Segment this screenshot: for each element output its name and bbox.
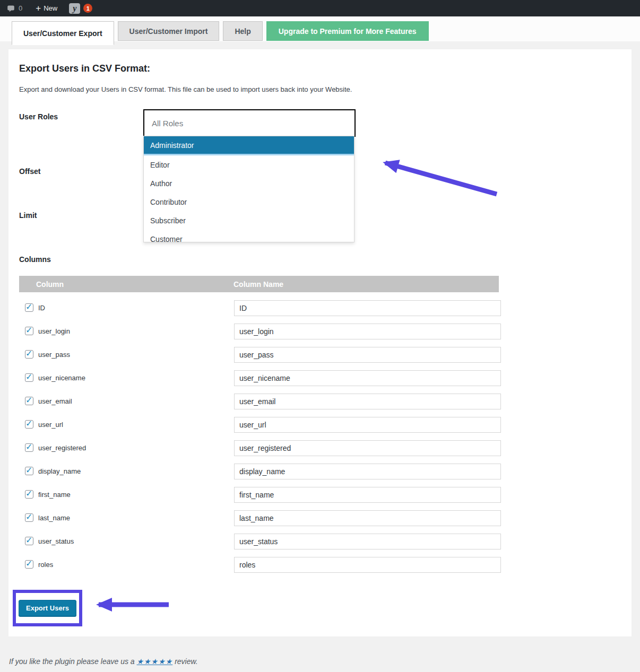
checkmark-icon: ✓ — [25, 488, 32, 499]
role-option-contributor[interactable]: Contributor — [144, 193, 354, 211]
checkmark-icon: ✓ — [25, 348, 32, 359]
offset-label: Offset — [19, 167, 40, 176]
column-checkbox[interactable]: ✓ — [25, 420, 33, 429]
limit-label: Limit — [19, 211, 37, 220]
comment-bubble-icon — [7, 5, 15, 12]
footer-text-before: If you like the plugin please leave us a — [9, 657, 135, 666]
column-checkbox[interactable]: ✓ — [25, 537, 33, 545]
checkmark-icon: ✓ — [25, 512, 32, 522]
table-row: ✓user_pass — [19, 343, 501, 366]
column-label: display_name — [38, 467, 81, 475]
column-name-input[interactable] — [234, 510, 501, 526]
export-users-button[interactable]: Export Users — [19, 600, 76, 616]
column-name-input[interactable] — [234, 417, 501, 433]
column-name-input[interactable] — [234, 557, 501, 573]
tab-user-customer-export[interactable]: User/Customer Export — [12, 21, 114, 45]
column-name-input[interactable] — [234, 534, 501, 549]
column-label: user_login — [38, 327, 70, 335]
footer-text-after: review. — [175, 657, 198, 666]
five-star-review-link[interactable]: ★★★★★ — [137, 657, 173, 666]
checkmark-icon: ✓ — [25, 465, 32, 475]
role-option-subscriber[interactable]: Subscriber — [144, 211, 354, 230]
column-checkbox[interactable]: ✓ — [25, 373, 33, 382]
column-checkbox[interactable]: ✓ — [25, 467, 33, 475]
role-option-author[interactable]: Author — [144, 174, 354, 193]
new-button[interactable]: + New — [36, 4, 57, 13]
column-checkbox[interactable]: ✓ — [25, 303, 33, 312]
tab-help[interactable]: Help — [223, 21, 262, 41]
table-row: ✓user_url — [19, 413, 501, 437]
column-checkbox[interactable]: ✓ — [25, 513, 33, 522]
column-label: user_url — [38, 421, 63, 429]
column-label: user_email — [38, 397, 72, 405]
column-label: ID — [38, 304, 45, 312]
table-row: ✓user_login — [19, 320, 501, 343]
column-name-header: Column Name — [233, 280, 283, 289]
table-row: ✓first_name — [19, 483, 501, 507]
table-row: ✓ID — [19, 296, 501, 320]
table-row: ✓user_email — [19, 390, 501, 413]
user-roles-combobox[interactable] — [143, 109, 356, 137]
checkmark-icon: ✓ — [25, 442, 32, 452]
role-options-list: AdministratorEditorAuthorContributorSubs… — [143, 136, 354, 242]
comment-count: 0 — [19, 4, 22, 12]
export-panel: Export Users in CSV Format: Export and d… — [8, 49, 632, 636]
column-name-input[interactable] — [234, 440, 501, 456]
role-option-editor[interactable]: Editor — [144, 155, 354, 174]
column-label: first_name — [38, 491, 71, 499]
table-row: ✓display_name — [19, 460, 501, 483]
column-name-input[interactable] — [234, 487, 501, 503]
column-checkbox[interactable]: ✓ — [25, 490, 33, 499]
column-name-input[interactable] — [234, 394, 501, 409]
yoast-seo-icon: y — [69, 3, 80, 14]
column-name-input[interactable] — [234, 347, 501, 363]
checkmark-icon: ✓ — [25, 418, 32, 429]
table-row: ✓roles — [19, 553, 501, 577]
checkmark-icon: ✓ — [25, 325, 32, 335]
comments-indicator[interactable]: 0 — [7, 4, 22, 12]
checkmark-icon: ✓ — [25, 535, 32, 545]
table-row: ✓user_registered — [19, 437, 501, 460]
column-checkbox[interactable]: ✓ — [25, 350, 33, 359]
review-footer: If you like the plugin please leave us a… — [9, 657, 198, 666]
checkmark-icon: ✓ — [25, 558, 32, 569]
column-checkbox[interactable]: ✓ — [25, 397, 33, 405]
columns-label: Columns — [19, 255, 51, 264]
checkmark-icon: ✓ — [25, 372, 32, 382]
column-checkbox[interactable]: ✓ — [25, 560, 33, 569]
user-roles-label: User Roles — [19, 112, 58, 121]
column-label: last_name — [38, 514, 70, 522]
column-header: Column — [36, 280, 64, 289]
checkmark-icon: ✓ — [25, 302, 32, 312]
role-option-administrator[interactable]: Administrator — [144, 136, 354, 155]
column-name-input[interactable] — [234, 300, 501, 316]
plus-icon: + — [36, 4, 41, 13]
yoast-seo-menu[interactable]: y 1 — [69, 3, 92, 14]
nav-tabs: User/Customer ExportUser/Customer Import… — [12, 21, 433, 45]
column-label: user_registered — [38, 444, 86, 452]
page-title: Export Users in CSV Format: — [19, 63, 150, 74]
new-label: New — [44, 4, 57, 12]
notification-badge: 1 — [83, 4, 92, 13]
column-name-input[interactable] — [234, 464, 501, 479]
column-name-input[interactable] — [234, 324, 501, 339]
user-roles-input[interactable] — [151, 118, 352, 128]
column-name-input[interactable] — [234, 370, 501, 386]
column-label: user_status — [38, 537, 74, 545]
columns-table-header: Column Column Name — [19, 276, 499, 292]
role-option-customer[interactable]: Customer — [144, 230, 354, 242]
columns-table-rows: ✓ID✓user_login✓user_pass✓user_nicename✓u… — [19, 296, 501, 577]
column-label: roles — [38, 561, 53, 569]
table-row: ✓last_name — [19, 507, 501, 530]
arrow-to-dropdown — [385, 163, 497, 194]
upgrade-premium-button[interactable]: Upgrade to Premium for More Features — [266, 21, 429, 41]
table-row: ✓user_status — [19, 530, 501, 553]
table-row: ✓user_nicename — [19, 366, 501, 390]
column-label: user_nicename — [38, 374, 85, 382]
highlight-box-annotation: Export Users — [13, 590, 82, 626]
column-checkbox[interactable]: ✓ — [25, 443, 33, 452]
column-checkbox[interactable]: ✓ — [25, 327, 33, 335]
wp-admin-bar: 0 + New y 1 — [0, 0, 640, 16]
tab-user-customer-import[interactable]: User/Customer Import — [118, 21, 220, 41]
checkmark-icon: ✓ — [25, 395, 32, 405]
